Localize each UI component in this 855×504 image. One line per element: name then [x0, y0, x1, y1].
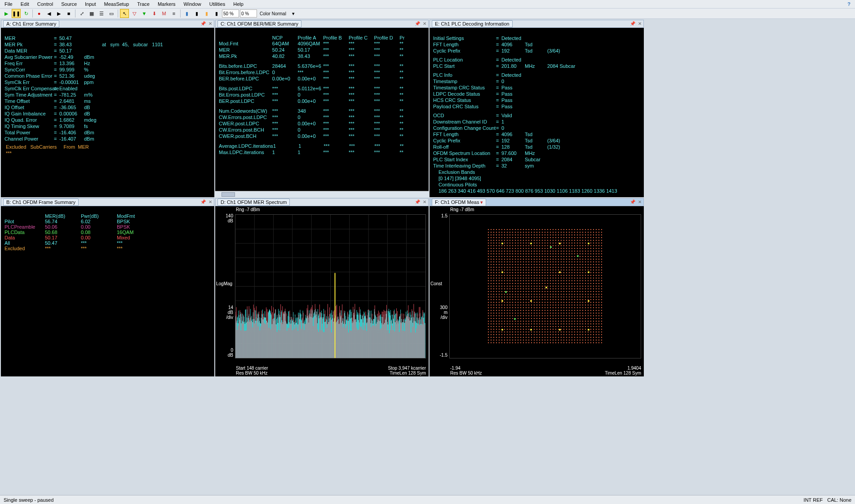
- status-cal: CAL: None: [827, 497, 851, 503]
- step-back-button[interactable]: ◀: [44, 9, 53, 18]
- panel-b-title: B: Ch1 OFDM Frame Summary: [3, 199, 79, 206]
- panel-c-header[interactable]: C: Ch1 OFDM BER/MER Summary 📌 ✕: [215, 20, 429, 28]
- y-div: 300 m /div: [430, 305, 447, 320]
- panel-plc-decoding: E: Ch1 PLC Decoding Information 📌 ✕ Init…: [430, 20, 644, 197]
- trace-b-button[interactable]: ▮: [192, 9, 201, 18]
- peak-button[interactable]: ⬇: [150, 9, 159, 18]
- panel-d-header[interactable]: D: Ch1 OFDM MER Spectrum 📌 ✕: [215, 198, 429, 206]
- range-label: Rng -7 dBm: [236, 207, 260, 212]
- constellation-footer: -1.94 Res BW 50 kHz 1.9404 TimeLen 128 S…: [450, 366, 641, 376]
- trace-c-button[interactable]: ▮: [202, 9, 211, 18]
- y-top: 1.5: [430, 213, 447, 218]
- panel-e-header[interactable]: E: Ch1 PLC Decoding Information 📌 ✕: [430, 20, 644, 28]
- step-fwd-button[interactable]: ▶: [54, 9, 63, 18]
- pin-icon[interactable]: 📌: [630, 21, 635, 26]
- panel-mer-spectrum: D: Ch1 OFDM MER Spectrum 📌 ✕ Rng -7 dBm …: [215, 198, 429, 376]
- y-div: 14 dB /div: [216, 305, 233, 320]
- play-button[interactable]: ▶: [2, 9, 11, 18]
- panel-e-title: E: Ch1 PLC Decoding Information: [432, 20, 513, 27]
- pin-icon[interactable]: 📌: [415, 199, 420, 204]
- menu-help[interactable]: Help: [230, 1, 246, 7]
- status-ref: INT REF: [804, 497, 823, 503]
- menu-file[interactable]: File: [2, 1, 15, 7]
- menu-control[interactable]: Control: [35, 1, 56, 7]
- panel-f-body: Rng -7 dBm 1.5 Const 300 m /div -1.5 -1.…: [430, 206, 644, 376]
- close-icon[interactable]: ✕: [208, 199, 212, 204]
- menu-edit[interactable]: Edit: [18, 1, 32, 7]
- panel-c-title: C: Ch1 OFDM BER/MER Summary: [217, 20, 301, 27]
- trace-d-button[interactable]: ▮: [212, 9, 221, 18]
- stop-label: Stop 3,947 kcarrier: [388, 366, 426, 371]
- panel-f-header[interactable]: F: Ch1 OFDM Meas ▾ 📌 ✕: [430, 198, 644, 206]
- panel-b-header[interactable]: B: Ch1 OFDM Frame Summary 📌 ✕: [1, 198, 214, 206]
- res-label: Res BW 50 kHz: [450, 371, 482, 376]
- menu-meassetup[interactable]: MeasSetup: [102, 1, 132, 7]
- panel-frame-summary: B: Ch1 OFDM Frame Summary 📌 ✕ MER(dB)Pwr…: [1, 198, 214, 376]
- pin-icon[interactable]: 📌: [630, 199, 635, 204]
- tlen-label: TimeLen 128 Sym: [605, 371, 641, 376]
- menu-source[interactable]: Source: [58, 1, 80, 7]
- constellation-plot[interactable]: [449, 214, 641, 358]
- y-bot: -1.5: [430, 353, 447, 358]
- stop-button[interactable]: ■: [64, 9, 73, 18]
- x-right: 1.9404: [605, 366, 641, 371]
- menubar: File Edit Control Source Input MeasSetup…: [0, 0, 855, 8]
- panel-f-title: F: Ch1 OFDM Meas ▾: [432, 199, 486, 206]
- zoom1-input[interactable]: [222, 9, 239, 18]
- start-label: Start 148 carrier: [236, 366, 268, 371]
- panel-c-scrollbar[interactable]: [215, 191, 429, 197]
- marker-off-button[interactable]: ▽: [130, 9, 139, 18]
- autoscale-button[interactable]: ⤢: [77, 9, 86, 18]
- marker-on-button[interactable]: ▼: [140, 9, 149, 18]
- panel-error-summary: A: Ch1 Error Summary 📌 ✕ MER= 50.47MER P…: [1, 20, 214, 197]
- close-icon[interactable]: ✕: [638, 21, 642, 26]
- spectrum-footer: Start 148 carrier Res BW 50 kHz Stop 3,9…: [236, 366, 426, 376]
- panel-d-title: D: Ch1 OFDM MER Spectrum: [217, 199, 290, 206]
- menu-utilities[interactable]: Utilities: [207, 1, 228, 7]
- menu-markers[interactable]: Markers: [155, 1, 178, 7]
- refresh-button[interactable]: ↻: [22, 9, 31, 18]
- zoom2-input[interactable]: [240, 9, 257, 18]
- trace-a-button[interactable]: ▮: [182, 9, 191, 18]
- panel-a-header[interactable]: A: Ch1 Error Summary 📌 ✕: [1, 20, 214, 28]
- y-mid: Const: [430, 281, 442, 286]
- menu-input[interactable]: Input: [82, 1, 98, 7]
- pin-icon[interactable]: 📌: [200, 199, 206, 204]
- panel-b-body: MER(dB)Pwr(dB)ModFmtPilot56.746.02BPSKPL…: [1, 206, 214, 376]
- res-label: Res BW 50 kHz: [236, 371, 268, 376]
- y-mid: LogMag: [216, 281, 232, 286]
- y-top: 140 dB: [216, 213, 233, 223]
- mail-button[interactable]: M: [159, 9, 168, 18]
- help-icon[interactable]: ?: [845, 1, 853, 7]
- menu-trace[interactable]: Trace: [134, 1, 152, 7]
- tlen-label: TimeLen 128 Sym: [388, 371, 426, 376]
- spectrum-plot[interactable]: [235, 214, 426, 358]
- y-bot: 0 dB: [216, 348, 233, 358]
- toolbar: ▶ ❚❚ ↻ ● ◀ ▶ ■ ⤢ ▦ ☰ ▭ ↖ ▽ ▼ ⬇ M ≡ ▮ ▮ ▮…: [0, 8, 855, 19]
- close-icon[interactable]: ✕: [208, 21, 212, 26]
- close-icon[interactable]: ✕: [423, 21, 426, 26]
- colormode-dropdown[interactable]: ▾: [289, 9, 298, 18]
- panel-a-body: MER= 50.47MER Pk= 38.43at sym 45, subcar…: [1, 28, 214, 197]
- workspace: A: Ch1 Error Summary 📌 ✕ MER= 50.47MER P…: [0, 19, 855, 377]
- panel-c-body: NCPProfile AProfile BProfile CProfile DP…: [215, 28, 429, 191]
- menu-window[interactable]: Window: [181, 1, 204, 7]
- layout-single-button[interactable]: ▭: [107, 9, 116, 18]
- panel-d-body: Rng -7 dBm 140 dB LogMag 14 dB /div 0 dB…: [215, 206, 429, 376]
- layout-grid-button[interactable]: ▦: [87, 9, 96, 18]
- record-button[interactable]: ●: [35, 9, 44, 18]
- layout-stack-button[interactable]: ☰: [97, 9, 106, 18]
- pause-button[interactable]: ❚❚: [12, 9, 21, 18]
- status-left: Single sweep - paused: [4, 497, 53, 503]
- panel-ber-mer-summary: C: Ch1 OFDM BER/MER Summary 📌 ✕ NCPProfi…: [215, 20, 429, 197]
- marker-list-button[interactable]: ≡: [169, 9, 178, 18]
- close-icon[interactable]: ✕: [638, 199, 642, 204]
- range-label: Rng -7 dBm: [450, 207, 474, 212]
- panel-e-body: Initial Settings= DetectedFFT Length= 40…: [430, 28, 644, 197]
- close-icon[interactable]: ✕: [423, 199, 426, 204]
- cursor-button[interactable]: ↖: [120, 9, 129, 18]
- panel-ofdm-meas: F: Ch1 OFDM Meas ▾ 📌 ✕ Rng -7 dBm 1.5 Co…: [430, 198, 644, 376]
- statusbar: Single sweep - paused INT REF CAL: None: [0, 495, 855, 504]
- pin-icon[interactable]: 📌: [200, 21, 206, 26]
- pin-icon[interactable]: 📌: [415, 21, 420, 26]
